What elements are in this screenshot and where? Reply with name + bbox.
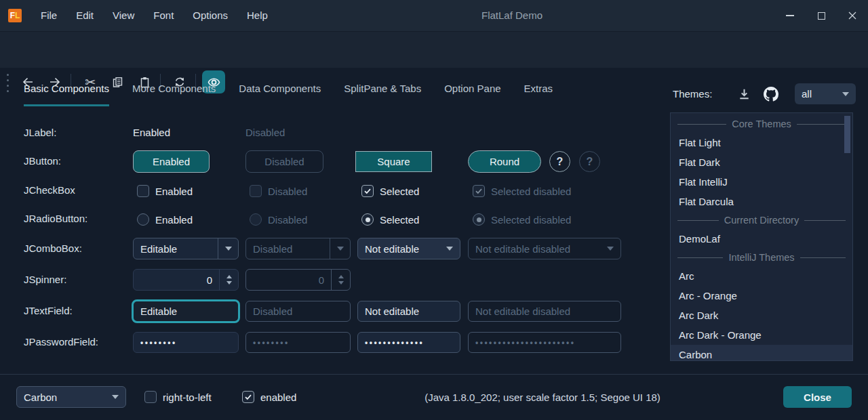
jtextfield-not-editable[interactable]: Not editable [357,301,460,322]
group-label: IntelliJ Themes [728,252,794,263]
combobox-arrow-button[interactable] [218,238,238,259]
jradiobutton-disabled: Disabled [250,213,307,226]
spinner-arrow-buttons[interactable] [219,270,238,290]
jcheckbox-enabled[interactable]: Enabled [137,184,193,198]
checkbox-label: enabled [260,392,296,403]
menu-bar: File Edit View Font Options Help [31,0,277,31]
theme-item-arc[interactable]: Arc [671,266,852,286]
jradiobutton-enabled[interactable]: Enabled [137,213,193,226]
github-link-button[interactable] [761,84,781,104]
themes-list: Core Themes Flat Light Flat Dark Flat In… [670,112,853,361]
right-to-left-checkbox[interactable]: right-to-left [144,390,212,404]
enabled-checkbox[interactable]: enabled [242,390,296,404]
menu-file[interactable]: File [31,0,66,31]
theme-item-carbon[interactable]: Carbon [671,345,852,361]
tab-option-pane[interactable]: Option Pane [444,68,500,108]
jspinner-enabled[interactable]: 0 [133,269,239,291]
chevron-down-icon [446,247,453,251]
menu-font[interactable]: Font [144,0,183,31]
maximize-button[interactable] [806,0,837,31]
themes-scrollbar-thumb[interactable] [844,116,850,153]
jcombobox-editable[interactable]: Editable [133,238,239,259]
jtextfield-disabled: Disabled [245,301,351,322]
radio-label: Selected [380,214,419,226]
themes-filter-value: all [802,88,842,100]
checkbox-label: right-to-left [163,392,212,403]
radio-icon [137,213,149,226]
window-controls [774,0,868,31]
jradiobutton-selected[interactable]: Selected [361,213,419,226]
logo-letter-f: F [10,11,15,20]
jbutton-square[interactable]: Square [355,151,432,172]
combobox-value: Not editable [358,243,439,255]
chevron-up-icon [226,275,232,278]
theme-item-flat-light[interactable]: Flat Light [671,133,852,152]
download-themes-button[interactable] [734,84,754,104]
jpasswordfield-enabled[interactable]: •••••••• [133,332,239,353]
theme-item-arc-dark-orange[interactable]: Arc Dark - Orange [671,325,852,345]
password-dots: •••••••• [253,338,290,348]
menu-edit[interactable]: Edit [66,0,103,31]
tab-data-components[interactable]: Data Components [239,68,321,108]
close-window-button[interactable] [837,0,868,31]
theme-switcher-combobox[interactable]: Carbon [16,386,126,408]
group-label: Current Directory [724,215,799,226]
menu-options[interactable]: Options [183,0,237,31]
jtextfield-editable[interactable]: Editable [132,299,240,323]
row-label-jcombobox: JComboBox: [24,243,82,254]
jlabel-enabled: Enabled [133,127,170,138]
row-label-jlabel: JLabel: [24,127,56,138]
tab-basic-components[interactable]: Basic Components [24,68,109,108]
radio-selected-icon [473,213,485,226]
status-bar: Carbon right-to-left enabled (Java 1.8.0… [0,374,868,420]
spinner-value: 0 [246,274,331,286]
row-label-jbutton: JButton: [24,155,61,167]
window-title: FlatLaf Demo [481,0,542,31]
radio-label: Selected disabled [491,214,571,226]
close-button[interactable]: Close [783,386,852,408]
jcheckbox-disabled: Disabled [250,184,307,198]
jpasswordfield-not-editable-disabled: •••••••••••••••••••••• [468,332,621,353]
app-logo-icon[interactable]: FL [8,9,22,22]
tab-splitpane-tabs[interactable]: SplitPane & Tabs [344,68,421,108]
minimize-button[interactable] [774,0,806,31]
theme-item-flat-dark[interactable]: Flat Dark [671,152,852,172]
theme-group-intellij-themes: IntelliJ Themes [671,249,852,266]
combobox-arrow-button[interactable] [105,387,125,407]
logo-letter-l: L [15,11,20,20]
checkbox-label: Selected disabled [491,186,571,197]
jpasswordfield-not-editable[interactable]: ••••••••••••• [357,332,460,353]
theme-item-flat-darcula[interactable]: Flat Darcula [671,192,852,211]
row-label-jspinner: JSpinner: [24,274,66,285]
theme-item-arc-dark[interactable]: Arc Dark [671,306,852,325]
jcheckbox-selected[interactable]: Selected [361,184,419,198]
spinner-value[interactable]: 0 [134,274,219,286]
theme-item-arc-orange[interactable]: Arc - Orange [671,286,852,306]
theme-item-flat-intellij[interactable]: Flat IntelliJ [671,172,852,192]
password-dots: •••••••••••••••••••••• [475,338,575,348]
jcombobox-not-editable[interactable]: Not editable [357,238,460,259]
checkbox-icon [137,185,149,197]
checkbox-icon [144,391,157,403]
row-label-jpasswordfield: JPasswordField: [24,336,98,348]
checkbox-icon [250,185,262,197]
jbutton-enabled[interactable]: Enabled [133,150,210,173]
checkbox-checked-icon [473,185,485,197]
jbutton-help[interactable]: ? [549,151,570,172]
jbutton-round[interactable]: Round [468,150,541,173]
themes-filter-combobox[interactable]: all [795,83,856,104]
checkbox-checked-icon [242,391,254,403]
menu-help[interactable]: Help [237,0,277,31]
spinner-arrow-buttons [331,270,350,290]
theme-group-core: Core Themes [671,115,852,133]
close-icon [848,11,857,20]
tab-extras[interactable]: Extras [524,68,553,108]
menu-view[interactable]: View [103,0,144,31]
checkbox-label: Selected [380,186,419,197]
theme-item-demolaf[interactable]: DemoLaf [671,229,852,249]
combobox-value[interactable]: Editable [134,243,218,255]
tab-more-components[interactable]: More Components [132,68,216,108]
jradiobutton-selected-disabled: Selected disabled [473,213,571,226]
combobox-arrow-button [330,238,350,259]
combobox-arrow-button[interactable] [439,238,460,259]
